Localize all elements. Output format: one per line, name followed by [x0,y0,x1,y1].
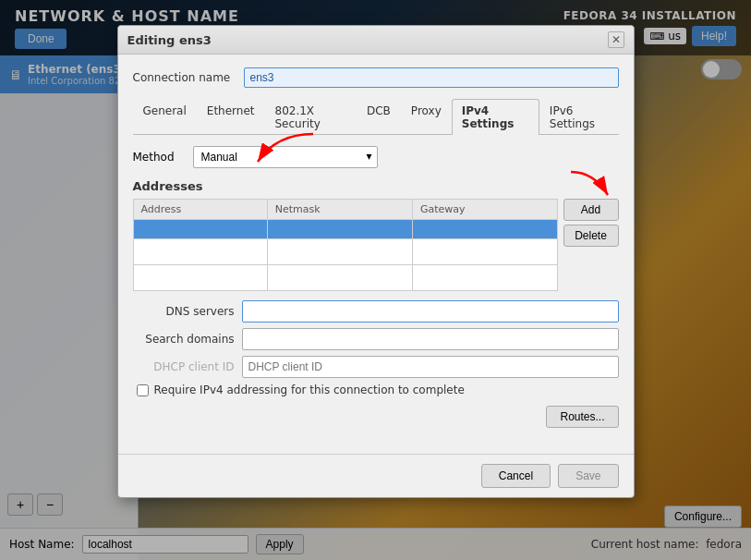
modal-overlay: Editing ens3 ✕ Connection name General E… [0,0,751,560]
tab-general[interactable]: General [133,99,197,135]
modal-footer: Cancel Save [118,454,634,497]
tab-proxy[interactable]: Proxy [401,99,452,135]
addresses-table-container: Address Netmask Gateway [133,199,558,291]
addresses-wrapper: Address Netmask Gateway [133,199,619,291]
editing-dialog: Editing ens3 ✕ Connection name General E… [117,25,635,498]
dns-input[interactable] [242,300,619,323]
modal-title: Editing ens3 [127,33,212,47]
dhcp-row: DHCP client ID [133,356,619,378]
require-ipv4-row: Require IPv4 addressing for this connect… [137,383,619,396]
col-address: Address [133,200,267,220]
method-label: Method [133,151,184,164]
dhcp-input[interactable] [242,356,619,378]
save-button[interactable]: Save [558,464,618,488]
method-row: Method Automatic (DHCP) Manual Link-Loca… [133,146,619,168]
routes-button[interactable]: Routes... [546,406,618,428]
addresses-buttons: Add Delete [563,199,619,291]
addr-cell [133,220,267,239]
search-domains-label: Search domains [133,333,235,346]
conn-name-label: Connection name [133,71,235,84]
addresses-section-label: Addresses [133,179,619,193]
addresses-table: Address Netmask Gateway [133,199,558,291]
red-arrow-method-svg [239,129,322,166]
address-row-empty-1 [133,239,557,265]
netmask-cell [267,220,412,239]
tab-ipv4-settings[interactable]: IPv4 Settings [452,99,539,135]
search-domains-input[interactable] [242,328,619,350]
modal-close-button[interactable]: ✕ [608,31,624,48]
red-arrow-add-svg [562,167,617,200]
routes-row: Routes... [133,406,619,428]
address-row-selected[interactable] [133,220,557,239]
col-netmask: Netmask [267,200,412,220]
require-ipv4-checkbox[interactable] [137,384,149,396]
dns-row: DNS servers [133,300,619,323]
gateway-cell [412,220,557,239]
dhcp-label: DHCP client ID [133,360,235,373]
col-gateway: Gateway [412,200,557,220]
search-domains-row: Search domains [133,328,619,350]
modal-body: Connection name General Ethernet 802.1X … [118,55,634,454]
tabs-row: General Ethernet 802.1X Security DCB Pro… [133,99,619,135]
modal-titlebar: Editing ens3 ✕ [118,26,634,55]
cancel-button[interactable]: Cancel [481,464,551,488]
address-row-empty-2 [133,265,557,291]
dns-label: DNS servers [133,305,235,318]
require-ipv4-label: Require IPv4 addressing for this connect… [154,383,465,396]
conn-name-input[interactable] [244,67,619,88]
connection-name-row: Connection name [133,67,619,88]
delete-address-button[interactable]: Delete [563,225,619,247]
tab-dcb[interactable]: DCB [357,99,401,135]
add-address-button[interactable]: Add [563,199,619,221]
tab-ipv6-settings[interactable]: IPv6 Settings [539,99,619,135]
